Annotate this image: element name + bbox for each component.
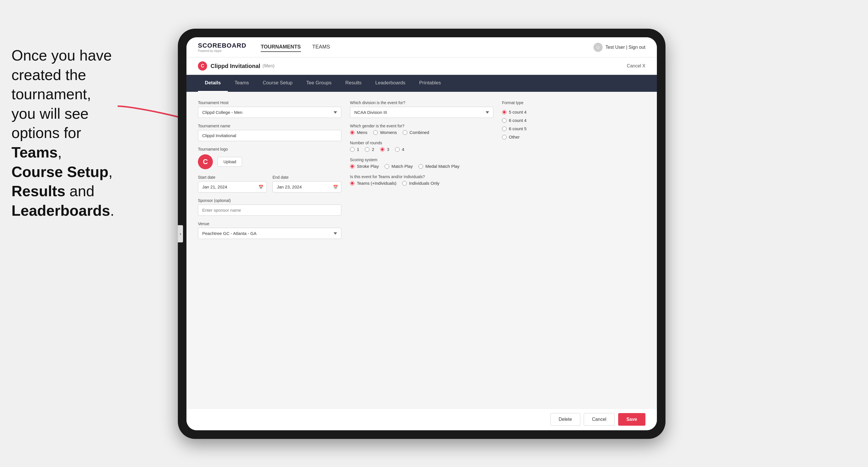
end-date-group: End date 📅 — [273, 175, 341, 192]
instruction-line-8: Results and — [11, 182, 138, 201]
teams-radio-group: Teams (+Individuals) Individuals Only — [350, 181, 493, 186]
end-date-wrapper: 📅 — [273, 181, 341, 192]
scoring-stroke-radio[interactable] — [350, 164, 354, 169]
division-label: Which division is the event for? — [350, 100, 493, 105]
tournament-host-group: Tournament Host Clippd College - Men — [198, 100, 341, 118]
rounds-3-label: 3 — [387, 147, 389, 152]
save-button[interactable]: Save — [618, 413, 645, 426]
teams-plus-label: Teams (+Individuals) — [357, 181, 396, 186]
format-6count5-radio[interactable] — [502, 126, 506, 131]
tournament-name-input[interactable] — [198, 130, 341, 141]
division-select[interactable]: NCAA Division III — [350, 107, 493, 118]
rounds-3[interactable]: 3 — [380, 147, 389, 152]
teams-plus-individuals[interactable]: Teams (+Individuals) — [350, 181, 396, 186]
scoring-match-radio[interactable] — [385, 164, 389, 169]
scoring-radio-group: Stroke Play Match Play Medal Match Play — [350, 164, 493, 169]
tablet-screen: SCOREBOARD Powered by clippd TOURNAMENTS… — [186, 37, 657, 430]
tournament-logo-label: Tournament logo — [198, 147, 341, 152]
breadcrumb-subtitle: (Men) — [262, 63, 275, 68]
rounds-1[interactable]: 1 — [350, 147, 359, 152]
format-radio-list: 5 count 4 6 count 4 6 count 5 — [502, 110, 645, 139]
end-date-label: End date — [273, 175, 341, 180]
sidebar-toggle[interactable]: ‹ — [178, 225, 183, 242]
form-grid: Tournament Host Clippd College - Men Tou… — [198, 100, 645, 239]
gender-mens[interactable]: Mens — [350, 130, 368, 135]
format-other[interactable]: Other — [502, 134, 645, 139]
logo-area: SCOREBOARD Powered by clippd — [198, 42, 246, 53]
sponsor-input[interactable] — [198, 205, 341, 216]
period: . — [110, 202, 114, 219]
individuals-only-radio[interactable] — [402, 181, 407, 186]
tab-printables[interactable]: Printables — [412, 75, 448, 92]
nav-teams[interactable]: TEAMS — [312, 42, 330, 52]
logo-text: SCOREBOARD — [198, 42, 246, 49]
gender-womens[interactable]: Womens — [373, 130, 397, 135]
main-content: Tournament Host Clippd College - Men Tou… — [186, 92, 657, 408]
start-date-wrapper: 📅 — [198, 181, 267, 192]
rounds-2-radio[interactable] — [365, 147, 369, 152]
gender-womens-label: Womens — [380, 130, 397, 135]
logo-preview: C — [198, 154, 213, 169]
and-text: and — [65, 183, 94, 199]
tab-details[interactable]: Details — [198, 75, 228, 92]
tab-teams[interactable]: Teams — [228, 75, 256, 92]
format-other-radio[interactable] — [502, 135, 506, 139]
division-group: Which division is the event for? NCAA Di… — [350, 100, 493, 118]
instruction-line-2: created the — [11, 65, 138, 85]
rounds-4[interactable]: 4 — [395, 147, 404, 152]
logo-upload-area: C Upload — [198, 154, 341, 169]
breadcrumb-icon: C — [198, 61, 207, 70]
format-5count4[interactable]: 5 count 4 — [502, 110, 645, 115]
tournament-host-select[interactable]: Clippd College - Men — [198, 107, 341, 118]
breadcrumb-bar: C Clippd Invitational (Men) Cancel X — [186, 57, 657, 75]
rounds-4-radio[interactable] — [395, 147, 400, 152]
tournament-logo-group: Tournament logo C Upload — [198, 147, 341, 169]
venue-select[interactable]: Peachtree GC - Atlanta - GA — [198, 228, 341, 239]
format-6count5[interactable]: 6 count 5 — [502, 126, 645, 131]
rounds-3-radio[interactable] — [380, 147, 385, 152]
teams-plus-radio[interactable] — [350, 181, 354, 186]
breadcrumb-cancel-button[interactable]: Cancel X — [627, 63, 645, 68]
start-date-input[interactable] — [198, 181, 267, 192]
gender-womens-radio[interactable] — [373, 130, 378, 135]
gender-combined[interactable]: Combined — [403, 130, 429, 135]
scoring-match[interactable]: Match Play — [385, 164, 413, 169]
delete-button[interactable]: Delete — [551, 413, 580, 426]
start-date-group: Start date 📅 — [198, 175, 267, 192]
rounds-1-radio[interactable] — [350, 147, 354, 152]
end-date-input[interactable] — [273, 181, 341, 192]
results-keyword: Results — [11, 183, 65, 199]
tab-results[interactable]: Results — [339, 75, 369, 92]
nav-tournaments[interactable]: TOURNAMENTS — [261, 42, 301, 52]
teams-label: Is this event for Teams and/or Individua… — [350, 175, 493, 179]
format-5count4-radio[interactable] — [502, 110, 506, 115]
action-bar: Delete Cancel Save — [186, 408, 657, 430]
gender-combined-radio[interactable] — [403, 130, 407, 135]
cancel-button[interactable]: Cancel — [584, 413, 615, 426]
format-6count4-radio[interactable] — [502, 118, 506, 123]
scoring-medal-match-radio[interactable] — [418, 164, 423, 169]
course-setup-keyword: Course Setup — [11, 163, 108, 180]
comma-1: , — [58, 144, 62, 161]
gender-mens-radio[interactable] — [350, 130, 354, 135]
start-date-label: Start date — [198, 175, 267, 180]
tab-course-setup[interactable]: Course Setup — [256, 75, 300, 92]
rounds-2[interactable]: 2 — [365, 147, 374, 152]
scoring-medal-match[interactable]: Medal Match Play — [418, 164, 460, 169]
format-type-section: Format type 5 count 4 6 count 4 — [502, 100, 645, 139]
format-6count4[interactable]: 6 count 4 — [502, 118, 645, 123]
individuals-only-label: Individuals Only — [409, 181, 439, 186]
gender-mens-label: Mens — [357, 130, 368, 135]
upload-button[interactable]: Upload — [217, 157, 242, 167]
gender-combined-label: Combined — [410, 130, 429, 135]
tab-tee-groups[interactable]: Tee Groups — [300, 75, 339, 92]
gender-group: Which gender is the event for? Mens Wome… — [350, 124, 493, 135]
tab-leaderboards[interactable]: Leaderboards — [368, 75, 412, 92]
individuals-only[interactable]: Individuals Only — [402, 181, 439, 186]
form-right-column: Format type 5 count 4 6 count 4 — [502, 100, 645, 139]
scoring-stroke[interactable]: Stroke Play — [350, 164, 379, 169]
logo-subtext: Powered by clippd — [198, 49, 246, 53]
rounds-1-label: 1 — [357, 147, 359, 152]
user-signout[interactable]: Test User | Sign out — [606, 45, 645, 50]
scoring-label: Scoring system — [350, 157, 493, 162]
